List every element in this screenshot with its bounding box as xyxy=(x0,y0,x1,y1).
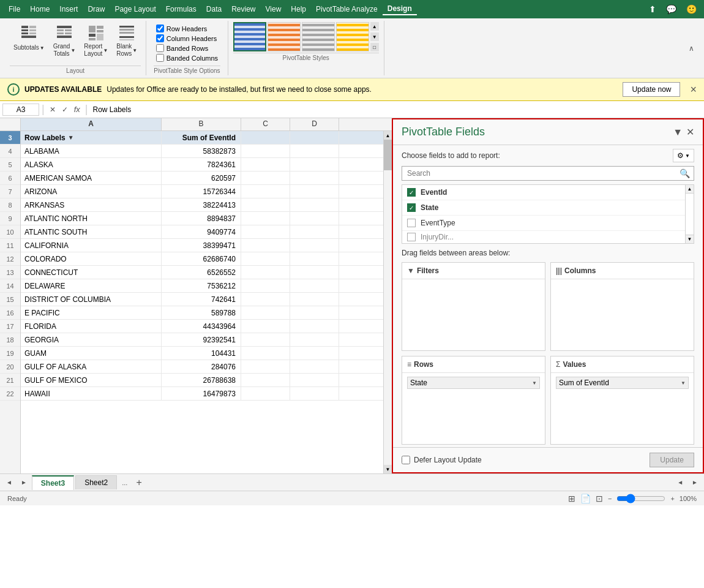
cell-c[interactable] xyxy=(241,145,290,157)
rows-tag-dropdown[interactable]: ▼ xyxy=(532,380,537,386)
cell-b[interactable]: 62686740 xyxy=(162,252,241,265)
menu-data[interactable]: Data xyxy=(201,4,227,15)
ribbon-collapse[interactable]: ∧ xyxy=(684,21,699,75)
cell-d[interactable] xyxy=(290,306,339,319)
cell-b[interactable]: 38224413 xyxy=(162,198,241,211)
col-header-d[interactable]: D xyxy=(290,118,339,130)
table-row[interactable]: FLORIDA 44343964 xyxy=(21,320,383,333)
cell-c[interactable] xyxy=(241,172,290,184)
cell-b[interactable]: 8894837 xyxy=(162,212,241,225)
cell-d[interactable] xyxy=(290,320,339,333)
cell-b[interactable]: 15726344 xyxy=(162,185,241,198)
cell-a[interactable]: DELAWARE xyxy=(21,279,162,292)
cell-c[interactable] xyxy=(241,252,290,265)
menu-pivottable-analyze[interactable]: PivotTable Analyze xyxy=(311,4,383,15)
cell-a3[interactable]: Row Labels ▼ xyxy=(21,131,162,144)
row-headers-option[interactable]: Row Headers xyxy=(156,24,218,32)
fields-scrollbar[interactable]: ▲ ▼ xyxy=(685,185,694,243)
values-eventid-tag[interactable]: Sum of EventId ▼ xyxy=(556,377,689,389)
table-row[interactable]: Row Labels ▼ Sum of EventId xyxy=(21,131,383,145)
menu-page-layout[interactable]: Page Layout xyxy=(110,4,160,15)
cell-b[interactable]: 620597 xyxy=(162,172,241,184)
subtotals-button[interactable]: Subtotals ▼ xyxy=(10,22,48,54)
pivot-settings-icon[interactable]: ▼ xyxy=(673,127,683,138)
tab-sheet2[interactable]: Sheet2 xyxy=(75,475,117,489)
defer-checkbox[interactable] xyxy=(402,456,410,464)
cell-d[interactable] xyxy=(290,360,339,373)
values-tag-dropdown[interactable]: ▼ xyxy=(681,380,686,386)
cell-c[interactable] xyxy=(241,279,290,292)
cell-d[interactable] xyxy=(290,212,339,225)
cell-a[interactable]: ALABAMA xyxy=(21,145,162,157)
cell-d[interactable] xyxy=(290,185,339,198)
cell-d[interactable] xyxy=(290,239,339,252)
scroll-up-arrow[interactable]: ▲ xyxy=(384,131,392,140)
scroll-up-btn[interactable]: ▲ xyxy=(370,22,379,31)
page-layout-icon[interactable]: 📄 xyxy=(580,494,591,503)
cell-a[interactable]: COLORADO xyxy=(21,252,162,265)
v-scrollbar[interactable]: ▲ ▼ xyxy=(383,131,392,473)
cell-c[interactable] xyxy=(241,360,290,373)
cell-b[interactable]: 742641 xyxy=(162,293,241,306)
menu-formulas[interactable]: Formulas xyxy=(161,4,201,15)
cell-a[interactable]: AMERICAN SAMOA xyxy=(21,172,162,184)
menu-insert[interactable]: Insert xyxy=(54,4,83,15)
table-row[interactable]: ALABAMA 58382873 xyxy=(21,145,383,158)
col-header-a[interactable]: A xyxy=(21,118,162,130)
scroll-down-btn[interactable]: ▼ xyxy=(370,32,379,41)
cell-a[interactable]: ARIZONA xyxy=(21,185,162,198)
style-2[interactable] xyxy=(268,22,301,51)
rows-state-tag[interactable]: State ▼ xyxy=(407,377,540,389)
menu-design[interactable]: Design xyxy=(383,3,417,15)
cell-a[interactable]: ALASKA xyxy=(21,158,162,171)
menu-draw[interactable]: Draw xyxy=(83,4,110,15)
updates-close-icon[interactable]: × xyxy=(690,83,697,96)
tab-prev-btn[interactable]: ◄ xyxy=(2,478,16,487)
cell-a[interactable]: CONNECTICUT xyxy=(21,266,162,279)
banded-rows-option[interactable]: Banded Rows xyxy=(156,44,218,52)
cell-b[interactable]: 7824361 xyxy=(162,158,241,171)
cell-a[interactable]: HAWAII xyxy=(21,387,162,400)
cell-c3[interactable] xyxy=(241,131,290,144)
grand-totals-button[interactable]: GrandTotals ▼ xyxy=(50,22,80,60)
fields-scroll-up[interactable]: ▲ xyxy=(686,185,694,194)
gear-button[interactable]: ⚙ ▼ xyxy=(673,149,694,162)
h-scroll-left[interactable]: ◄ xyxy=(673,478,687,487)
cell-b3[interactable]: Sum of EventId xyxy=(162,131,241,144)
cell-d[interactable] xyxy=(290,279,339,292)
table-row[interactable]: ALASKA 7824361 xyxy=(21,158,383,172)
cell-c[interactable] xyxy=(241,239,290,252)
eventtype-checkbox[interactable] xyxy=(407,219,416,227)
cell-a[interactable]: GULF OF ALASKA xyxy=(21,360,162,373)
h-scroll-right[interactable]: ► xyxy=(688,478,702,487)
cell-b[interactable]: 6526552 xyxy=(162,266,241,279)
col-header-c[interactable]: C xyxy=(241,118,290,130)
cell-b[interactable]: 9409774 xyxy=(162,225,241,238)
tab-sheet3[interactable]: Sheet3 xyxy=(32,475,74,490)
cell-d[interactable] xyxy=(290,347,339,360)
table-row[interactable]: ATLANTIC NORTH 8894837 xyxy=(21,212,383,225)
cell-d[interactable] xyxy=(290,198,339,211)
grand-totals-dropdown[interactable]: ▼ xyxy=(70,48,75,53)
table-row[interactable]: E PACIFIC 589788 xyxy=(21,306,383,320)
style-4[interactable] xyxy=(336,22,369,51)
table-row[interactable]: DISTRICT OF COLUMBIA 742641 xyxy=(21,293,383,306)
tab-next-btn[interactable]: ► xyxy=(17,478,31,487)
field-eventtype[interactable]: EventType xyxy=(402,216,685,231)
cell-a[interactable]: GULF OF MEXICO xyxy=(21,374,162,386)
zoom-plus-icon[interactable]: + xyxy=(670,495,674,502)
more-sheets-btn[interactable]: ... xyxy=(118,479,131,486)
cell-d[interactable] xyxy=(290,333,339,346)
table-row[interactable]: GULF OF ALASKA 284076 xyxy=(21,360,383,374)
blank-rows-button[interactable]: BlankRows ▼ xyxy=(113,22,141,60)
cell-a[interactable]: ARKANSAS xyxy=(21,198,162,211)
cell-b[interactable]: 26788638 xyxy=(162,374,241,386)
share-icon[interactable]: ⬆ xyxy=(645,3,660,15)
table-row[interactable]: ATLANTIC SOUTH 9409774 xyxy=(21,225,383,239)
cell-a[interactable]: GUAM xyxy=(21,347,162,360)
comment-icon[interactable]: 💬 xyxy=(662,3,680,15)
cell-c[interactable] xyxy=(241,320,290,333)
cell-c[interactable] xyxy=(241,266,290,279)
formula-input[interactable]: Row Labels xyxy=(91,104,702,115)
subtotals-dropdown[interactable]: ▼ xyxy=(40,45,45,51)
